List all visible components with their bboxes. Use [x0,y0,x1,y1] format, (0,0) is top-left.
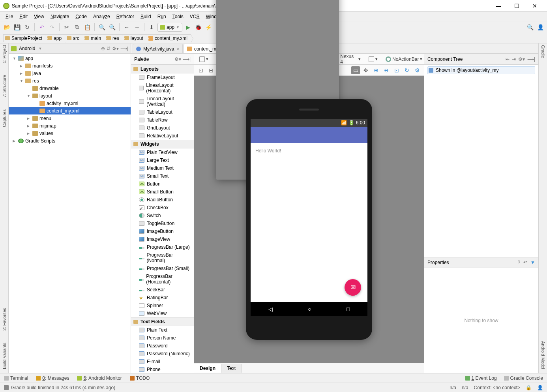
palette-item-checkbox[interactable]: ✓CheckBox [131,204,194,212]
bottom-todo[interactable]: TODO [130,375,150,381]
minimize-button[interactable]: — [489,0,508,12]
maximize-button[interactable]: ☐ [508,0,526,12]
bottom-messages[interactable]: 0: Messages [36,375,69,381]
palette-item-person-name[interactable]: Person Name [131,334,194,342]
palette-item-small-text[interactable]: AbSmall Text [131,172,194,180]
scroll-from-source-icon[interactable]: ⊕ [101,46,105,51]
tree-arrow-icon[interactable]: ▶ [20,64,24,68]
palette-item-imageview[interactable]: ImageView [131,235,194,243]
run-config-dropdown[interactable]: app ▼ [157,23,182,32]
close-tab-icon[interactable]: × [176,47,179,51]
gutter-build-variants[interactable]: Build Variants [2,343,7,369]
palette-group-text-fields[interactable]: Text Fields [131,317,194,326]
palette-item-togglebutton[interactable]: ToggleButton [131,219,194,227]
gutter-structure[interactable]: 7: Structure [2,75,7,98]
config-icon[interactable]: ⚙ [413,66,421,74]
settings-icon[interactable]: ⚙▾ [112,46,119,51]
tree-row-values[interactable]: ▶values [9,129,131,137]
palette-item-radiobutton[interactable]: RadioButton [131,196,194,204]
gutter-gradle[interactable]: Gradle [541,45,545,58]
prop-reset-icon[interactable]: ↶ [523,260,527,265]
tree-row-java[interactable]: ▶java [9,69,131,77]
bottom-android-monitor[interactable]: 6: Android Monitor [77,375,122,381]
component-tree-item[interactable]: Shown in @layout/activity_my [427,66,535,74]
crumb-file[interactable]: content_my.xml [146,34,191,42]
device-dropdown[interactable]: Nexus 4▾ [214,55,363,63]
palette-item-password[interactable]: Password [131,342,194,350]
redo-icon[interactable]: ↷ [48,23,56,32]
paste-icon[interactable]: 📋 [83,23,92,32]
palette-item-progressbar-large-[interactable]: ProgressBar (Large) [131,243,194,251]
run-icon[interactable]: ▶ [184,23,193,32]
palette-item-progressbar-small-[interactable]: ProgressBar (Small) [131,264,194,272]
palette-item-plain-textview[interactable]: AbPlain TextView [131,148,194,156]
palette-settings-icon[interactable]: ⚙▾ [174,56,181,62]
zoom-fit-icon[interactable]: ⊡ [392,66,401,74]
palette-hide-icon[interactable]: ⟶| [183,56,191,62]
hide-icon[interactable]: ⟶| [120,46,128,51]
palette-item-plain-text[interactable]: Plain Text [131,326,194,334]
prop-help-icon[interactable]: ? [517,260,520,265]
view-options-icon[interactable]: ⊡ [197,66,205,74]
tree-arrow-icon[interactable]: ▶ [20,71,24,75]
select-mode-icon[interactable]: ▭ [351,66,360,74]
crumb-src[interactable]: src [65,34,83,42]
palette-item-linearlayout-horizontal-[interactable]: LinearLayout (Horizontal) [131,81,194,95]
tree-row-layout[interactable]: ▼layout [9,92,131,99]
ct-settings-icon[interactable]: ⚙▾ [518,56,525,62]
tree-row-mipmap[interactable]: ▶mipmap [9,122,131,129]
menu-refactor[interactable]: Refactor [113,13,137,20]
menu-run[interactable]: Run [154,13,169,20]
tree-row-gradle-scripts[interactable]: ▶Gradle Scripts [9,137,131,144]
search-icon[interactable]: 🔍 [526,23,534,32]
tree-arrow-icon[interactable]: ▶ [27,131,31,135]
design-view-icon[interactable]: ▾ [197,55,211,63]
phone-screen[interactable]: 📶 🔋 6:00 Hello World! ✉ ◁ ○ [251,119,367,316]
constraint-icon[interactable]: ⊟ [207,66,215,74]
orientation-dropdown[interactable]: ▾ [366,55,380,63]
palette-item-switch[interactable]: Switch [131,212,194,219]
cut-icon[interactable]: ✂ [62,23,71,32]
palette-item-tablerow[interactable]: TableRow [131,116,194,124]
crumb-project[interactable]: SampleProject [3,34,46,42]
bottom-terminal[interactable]: Terminal [4,375,28,381]
ct-collapse-icon[interactable]: ⇥ [512,56,516,62]
crumb-res[interactable]: res [104,34,123,42]
menu-view[interactable]: View [31,13,47,20]
palette-item-seekbar[interactable]: SeekBar [131,286,194,294]
pan-mode-icon[interactable]: ✥ [362,66,370,74]
bottom-event-log[interactable]: 1 Event Log [465,375,497,381]
palette-item-framelayout[interactable]: FrameLayout [131,73,194,81]
save-icon[interactable]: 💾 [13,23,21,32]
ct-hide-icon[interactable]: ⟶| [527,56,535,62]
palette-item-button[interactable]: OKButton [131,180,194,188]
palette-item-webview[interactable]: WebView [131,309,194,317]
find-icon[interactable]: 🔍 [97,23,106,32]
debug-icon[interactable]: 🐞 [194,23,203,32]
tab-design[interactable]: Design [194,364,221,373]
bottom-gradle-console[interactable]: Gradle Console [504,375,543,381]
fab-button[interactable]: ✉ [345,279,361,296]
app-content[interactable]: Hello World! ✉ [251,143,367,302]
undo-icon[interactable]: ↶ [37,23,46,32]
collapse-all-icon[interactable]: ⇵ [107,46,111,51]
gutter-favorites[interactable]: 2: Favorites [2,308,7,330]
palette-group-widgets[interactable]: Widgets [131,140,194,148]
palette-item-progressbar-normal-[interactable]: ProgressBar (Normal) [131,251,194,264]
sync-icon[interactable]: ↻ [23,23,32,32]
palette-item-tablelayout[interactable]: TableLayout [131,108,194,116]
theme-dropdown[interactable]: NoActionBar▾ [383,55,425,63]
palette-item-ratingbar[interactable]: ★RatingBar [131,294,194,302]
gutter-project[interactable]: 1: Project [2,45,7,63]
tree-row-manifests[interactable]: ▶manifests [9,62,131,69]
status-hector-icon[interactable]: 👤 [537,385,543,390]
palette-item-progressbar-horizontal-[interactable]: ProgressBar (Horizontal) [131,272,194,286]
close-button[interactable]: ✕ [526,0,544,12]
menu-edit[interactable]: Edit [16,13,31,20]
palette-item-linearlayout-vertical-[interactable]: LinearLayout (Vertical) [131,95,194,108]
make-icon[interactable]: ⬇ [147,23,156,32]
palette-item-phone[interactable]: Phone [131,366,194,373]
tree-row-app[interactable]: ▼app [9,54,131,62]
menu-navigate[interactable]: Navigate [47,13,72,20]
tab-text[interactable]: Text [221,364,242,373]
